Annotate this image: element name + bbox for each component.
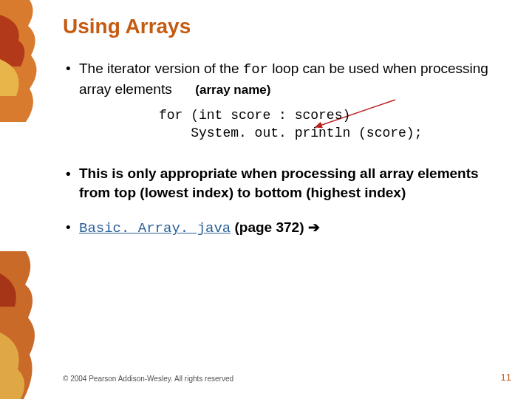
- bullet-3: Basic. Array. java (page 372) ➔: [63, 218, 510, 239]
- code-line-1: for (int score : scores): [159, 108, 350, 123]
- code-block: for (int score : scores) System. out. pr…: [159, 106, 510, 143]
- slide-title: Using Arrays: [63, 15, 510, 38]
- bullet-1: The iterator version of the for loop can…: [63, 59, 510, 99]
- code-line-2: System. out. println (score);: [159, 126, 422, 140]
- for-keyword: for: [243, 61, 268, 78]
- leaf-decoration: [0, 0, 44, 399]
- right-arrow-icon: ➔: [308, 219, 320, 235]
- copyright-text: © 2004 Pearson Addison-Wesley. All right…: [63, 375, 233, 383]
- basic-array-link[interactable]: Basic. Array. java: [79, 220, 231, 236]
- bullet-2: This is only appropriate when processing…: [63, 164, 510, 202]
- array-name-annotation: (array name): [195, 83, 270, 97]
- slide-content: Using Arrays The iterator version of the…: [63, 15, 510, 377]
- bullet1-prefix: The iterator version of the: [79, 61, 243, 76]
- footer: © 2004 Pearson Addison-Wesley. All right…: [63, 372, 511, 383]
- page-number: 11: [501, 372, 511, 383]
- page-ref: (page 372): [231, 219, 308, 235]
